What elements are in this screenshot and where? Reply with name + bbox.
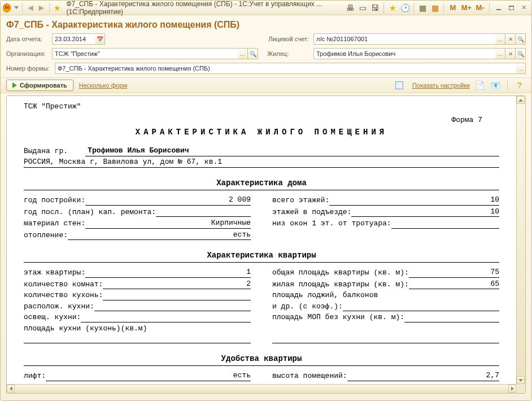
- address-line: РОССИЯ, Москва г, Вавилова ул, дом № 67,…: [24, 157, 499, 168]
- rooms-value: 2: [103, 279, 251, 290]
- history-icon[interactable]: 🕑: [399, 2, 411, 14]
- help-icon[interactable]: ?: [513, 80, 526, 91]
- multiple-forms-link[interactable]: Несколько форм: [79, 82, 127, 89]
- calendar-icon[interactable]: ▦: [429, 2, 441, 14]
- overhaul-label: год посл. (план) кап. ремонта:: [24, 207, 156, 217]
- issued-value: Трофимов Илья Борисович: [85, 146, 499, 156]
- m-plus-button[interactable]: M+: [460, 2, 473, 13]
- date-input[interactable]: 23.03.2014: [52, 33, 95, 45]
- section-apt: Характеристика квартиры: [24, 250, 499, 263]
- overhaul-value: [156, 216, 251, 217]
- wall-material-value: Кирпичные: [85, 218, 251, 229]
- calculator-icon[interactable]: ▦: [416, 2, 429, 14]
- kitchen-area-label: площадь кухни (кухонь)(кв.м): [24, 324, 147, 334]
- titlebar: ◄ ► ★ Ф7_СПБ - Характеристика жилого пом…: [1, 1, 531, 15]
- heating-value: есть: [68, 230, 251, 241]
- tenant-input[interactable]: Трофимов Илья Борисович: [313, 48, 495, 59]
- mop-area-value-line: [272, 334, 499, 343]
- kitchen-light-value: [81, 322, 251, 322]
- org-search-button[interactable]: 🔍: [248, 48, 258, 59]
- minimize-button[interactable]: [493, 3, 504, 13]
- m-button[interactable]: M: [446, 2, 460, 13]
- date-calendar-button[interactable]: 📅: [95, 33, 105, 45]
- rooms-label: количество комнат:: [24, 280, 103, 290]
- account-ellipsis-button[interactable]: …: [495, 33, 505, 45]
- kitchens-label: количество кухонь:: [24, 290, 103, 300]
- wall-material-label: материал стен:: [24, 219, 85, 229]
- balcony-value: [343, 311, 499, 311]
- vertical-scrollbar[interactable]: [516, 96, 525, 384]
- scroll-right-button[interactable]: [508, 385, 516, 393]
- app-icon: [3, 3, 11, 12]
- nav-back-button[interactable]: ◄: [25, 2, 36, 14]
- send-icon[interactable]: 📧: [489, 80, 502, 91]
- show-settings-link[interactable]: Показать настройки: [412, 82, 470, 89]
- apt-floor-value: 1: [85, 267, 251, 278]
- account-clear-button[interactable]: ✕: [505, 33, 516, 45]
- balcony-label: площадь лоджий, балконов: [272, 290, 378, 300]
- scroll-corner: [516, 384, 525, 393]
- issued-label: Выдана гр.: [24, 146, 85, 156]
- section-amenities: Удобства квартиры: [24, 354, 499, 366]
- page-header: Ф7_СПБ - Характеристика жилого помещения…: [1, 15, 531, 33]
- window-title: Ф7_СПБ - Характеристика жилого помещения…: [66, 0, 341, 16]
- scroll-down-button[interactable]: [517, 376, 525, 384]
- tenant-ellipsis-button[interactable]: …: [495, 48, 505, 59]
- org-input[interactable]: ТСЖ "Престиж": [52, 48, 238, 59]
- height-label: высота помещений:: [272, 371, 347, 381]
- generate-button[interactable]: Сформировать: [6, 80, 73, 91]
- lift-value: есть: [46, 371, 251, 381]
- window-bottom-value: [391, 228, 499, 229]
- account-label: Лицевой счет:: [268, 36, 309, 42]
- favorite-icon[interactable]: ★: [52, 2, 63, 14]
- section-house: Характеристика дома: [24, 178, 499, 190]
- play-icon: [12, 82, 17, 88]
- favorite2-icon[interactable]: ★: [386, 2, 399, 14]
- account-search-button[interactable]: 🔍: [516, 33, 526, 45]
- doc-form-number: Форма 7: [24, 115, 482, 125]
- doc-title: ХАРАКТЕРИСТИКА ЖИЛОГО ПОМЕЩЕНИЯ: [24, 127, 499, 138]
- balcony-label2: и др. (с коэф.):: [272, 302, 343, 312]
- close-button[interactable]: [518, 3, 529, 13]
- tenant-label: Жилец:: [267, 50, 310, 57]
- m-minus-button[interactable]: M-: [473, 2, 487, 13]
- year-built-value: 2 009: [85, 195, 251, 206]
- app-menu-dropdown[interactable]: [13, 3, 20, 12]
- year-built-label: год постройки:: [24, 195, 85, 206]
- total-area-label: общая площадь квартиры (кв. м):: [272, 268, 409, 278]
- doc-org: ТСЖ "Престиж": [24, 102, 499, 112]
- entrance-floors-value: 10: [351, 207, 499, 217]
- heating-label: отопление:: [24, 230, 68, 241]
- export-icon[interactable]: 📄: [473, 80, 486, 91]
- living-area-value: 65: [409, 279, 499, 290]
- kitchen-area-value-line: [24, 334, 251, 343]
- kitchen-loc-label: располож. кухни:: [24, 302, 94, 312]
- account-input[interactable]: л/с №2011067001: [313, 33, 495, 45]
- date-label: Дата отчета:: [6, 36, 49, 42]
- formnum-ellipsis-button[interactable]: …: [516, 63, 526, 74]
- scroll-left-button[interactable]: [7, 385, 15, 393]
- nav-fwd-button[interactable]: ►: [36, 2, 47, 14]
- print-icon[interactable]: 🖶: [344, 2, 356, 14]
- horizontal-scrollbar[interactable]: [7, 384, 516, 393]
- formnum-input[interactable]: Ф7_СПБ - Характеристика жилого помещения…: [55, 63, 516, 74]
- living-area-label: жилая площадь квартиры (кв. м):: [272, 280, 409, 290]
- kitchen-light-label: освещ. кухни:: [24, 312, 81, 322]
- document-viewport: ТСЖ "Престиж" Форма 7 ХАРАКТЕРИСТИКА ЖИЛ…: [6, 95, 526, 394]
- kitchens-value: [103, 300, 251, 300]
- kitchen-loc-value: [94, 311, 251, 311]
- entrance-floors-label: этажей в подъезде:: [272, 207, 351, 217]
- apt-floor-label: этаж квартиры:: [24, 268, 85, 278]
- scroll-up-button[interactable]: [517, 96, 525, 104]
- preview-icon[interactable]: ▭: [356, 2, 369, 14]
- maximize-button[interactable]: [505, 3, 517, 13]
- document-body: ТСЖ "Престиж" Форма 7 ХАРАКТЕРИСТИКА ЖИЛ…: [7, 96, 516, 384]
- height-value: 2,7: [347, 371, 499, 381]
- org-ellipsis-button[interactable]: …: [238, 48, 248, 59]
- form-area: Дата отчета: 23.03.2014 📅 Лицевой счет: …: [1, 33, 531, 74]
- save-icon[interactable]: 🖫: [369, 2, 381, 14]
- mop-area-value: [404, 322, 499, 322]
- tenant-clear-button[interactable]: ✕: [505, 48, 516, 59]
- tenant-search-button[interactable]: 🔍: [516, 48, 526, 59]
- window-bottom-label: низ окон 1 эт. от тротуара:: [272, 219, 391, 229]
